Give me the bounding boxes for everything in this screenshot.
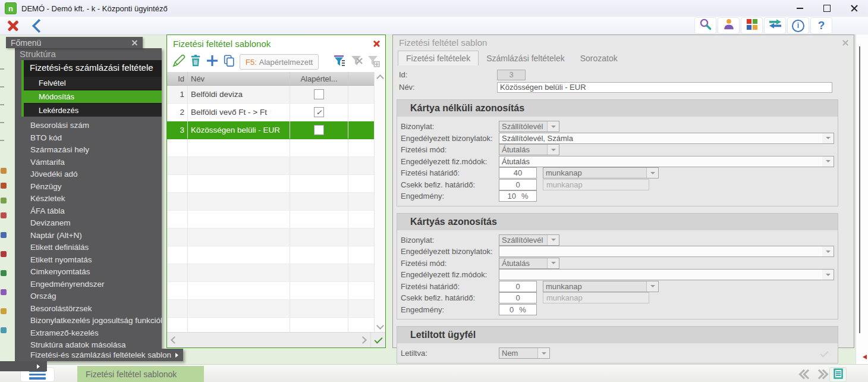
menu-item-lekerdezes[interactable]: Lekérdezés	[24, 104, 162, 117]
menu-item[interactable]: Naptár (Alt+N)	[15, 230, 162, 242]
engedelyezett-bizonylatok-dropdown[interactable]	[499, 246, 834, 257]
close-button[interactable]	[841, 0, 868, 17]
task-list-button[interactable]	[829, 367, 847, 382]
default-f5-button[interactable]: F5: Alapértelmezett	[240, 54, 319, 70]
nav-previous-button[interactable]	[800, 369, 810, 378]
menu-item[interactable]: Etikett definiálás	[15, 242, 162, 254]
minimize-button[interactable]	[786, 0, 813, 17]
letiltva-dropdown[interactable]: Nem	[499, 347, 550, 359]
menu-item-felvetel[interactable]: Felvétel	[24, 77, 162, 89]
engedmeny-input[interactable]: 0%	[499, 304, 537, 315]
taskbar-tab-active[interactable]: Fizetési feltétel sablonok	[77, 366, 204, 382]
apps-button[interactable]	[741, 17, 763, 34]
chevron-down-icon[interactable]	[547, 258, 559, 268]
chevron-down-icon[interactable]	[547, 145, 559, 155]
nav-next-button[interactable]	[816, 369, 825, 378]
vertical-scrollbar[interactable]	[374, 72, 385, 332]
menu-item-modositas[interactable]: Módosítás	[24, 90, 162, 103]
maximize-button[interactable]	[813, 0, 841, 17]
bizonylat-dropdown[interactable]: Szállítólevél	[499, 234, 559, 246]
menu-item[interactable]: Etikett nyomtatás	[15, 254, 162, 267]
table-row[interactable]: 2 Belföldi vevő Ft - > Ft ✓	[167, 104, 374, 121]
chevron-down-icon[interactable]	[547, 235, 559, 245]
name-input[interactable]: Közösségen belüli - EUR	[497, 82, 832, 93]
default-checkbox[interactable]	[314, 89, 324, 99]
engedmeny-input[interactable]: 10%	[499, 190, 537, 202]
filter-add-button[interactable]	[365, 54, 382, 70]
chevron-down-icon[interactable]	[822, 156, 834, 167]
menu-titlebar[interactable]: Főmenü	[6, 37, 143, 48]
default-checkbox[interactable]	[314, 125, 324, 135]
menu-item[interactable]: BTO kód	[15, 132, 162, 145]
scroll-up-icon[interactable]	[376, 74, 384, 82]
user-button[interactable]	[718, 17, 740, 34]
table-row[interactable]: 1 Belföldi deviza	[167, 86, 374, 104]
delete-button[interactable]	[187, 54, 204, 70]
fizetesi-hatarido-input[interactable]: 40	[499, 167, 537, 179]
add-button[interactable]	[204, 54, 221, 70]
menu-item[interactable]: Vámtarifa	[15, 156, 162, 169]
menu-item[interactable]: Bizonylatkezelés jogosultság funkciók	[15, 315, 162, 327]
engedelyezett-fizmodok-dropdown[interactable]	[499, 269, 834, 280]
csekk-hatarido-input[interactable]: 0	[499, 292, 537, 303]
templates-panel-close-button[interactable]	[373, 40, 380, 48]
fizetesi-hatarido-input[interactable]: 0	[499, 281, 537, 292]
menu-close-button[interactable]	[131, 39, 138, 46]
menu-item[interactable]: Ország	[15, 290, 162, 303]
edit-button[interactable]	[171, 54, 187, 70]
search-button[interactable]	[694, 17, 716, 34]
csekk-hatarido-input[interactable]: 0	[499, 179, 537, 190]
menu-item[interactable]: Készletek	[15, 193, 162, 205]
fizetesi-mod-dropdown[interactable]: Átutalás	[499, 258, 559, 269]
tab-sorozatok[interactable]: Sorozatok	[573, 51, 625, 65]
filter-clear-button[interactable]	[348, 54, 365, 70]
bizonylat-dropdown[interactable]: Szállítólevél	[499, 121, 559, 132]
transfer-button[interactable]	[764, 17, 786, 34]
menu-item[interactable]: Pénzügy	[15, 181, 162, 193]
menu-item[interactable]: Devizanem	[15, 217, 162, 230]
table-header[interactable]: Id Név Alapértel...	[167, 72, 374, 86]
column-header-id[interactable]: Id	[167, 74, 187, 83]
menu-item[interactable]: Jövedéki adó	[15, 168, 162, 181]
chevron-down-icon[interactable]	[646, 168, 658, 178]
menu-item[interactable]: Extramező-kezelés	[15, 327, 162, 340]
engedelyezett-fizmodok-dropdown[interactable]: Átutalás	[499, 156, 834, 167]
hatarido-unit-dropdown[interactable]: munkanap	[543, 281, 659, 292]
menu-item[interactable]: Besorolástörzsek	[15, 303, 162, 315]
confirm-button[interactable]	[370, 333, 385, 347]
info-button[interactable]: i	[787, 17, 809, 34]
table-row-selected[interactable]: 3 Közösségen belüli - EUR	[167, 121, 374, 139]
engedelyezett-bizonylatok-dropdown[interactable]: Szállítólevél, Számla	[499, 133, 834, 144]
menu-item[interactable]: Származási hely	[15, 144, 162, 156]
menu-item-submenu[interactable]: Fizetési-és számlázási feltételek sablon	[15, 349, 183, 361]
tab-szamlazasi-feltetelek[interactable]: Számlázási feltételek	[479, 51, 573, 65]
chevron-down-icon[interactable]	[822, 133, 834, 143]
menu-item[interactable]: ÁFA tábla	[15, 205, 162, 218]
scrollbar-thumb[interactable]	[859, 46, 860, 333]
window-scrollbar[interactable]	[856, 35, 868, 364]
menu-featured-title[interactable]: Fizetési-és számlázási feltétele	[24, 60, 162, 76]
filter-button[interactable]	[332, 54, 348, 70]
chevron-down-icon[interactable]	[822, 270, 834, 280]
tab-fizetesi-feltetelek[interactable]: Fizetési feltételek	[398, 51, 479, 65]
fizetesi-mod-dropdown[interactable]: Átutalás	[499, 144, 559, 155]
menu-item[interactable]: Besorolási szám	[15, 120, 162, 132]
column-header-name[interactable]: Név	[187, 72, 290, 85]
help-button[interactable]: ?	[810, 17, 832, 34]
default-checkbox[interactable]: ✓	[314, 107, 324, 117]
menu-item[interactable]: Engedményrendszer	[15, 278, 162, 291]
chevron-down-icon[interactable]	[537, 348, 549, 358]
menu-item[interactable]: Cimkenyomtatás	[15, 266, 162, 278]
scroll-down-icon[interactable]	[376, 322, 384, 330]
back-button[interactable]	[32, 18, 46, 33]
copy-button[interactable]	[221, 54, 237, 70]
chevron-down-icon[interactable]	[547, 121, 559, 131]
chevron-down-icon[interactable]	[646, 281, 658, 292]
hatarido-unit-dropdown[interactable]: munkanap	[543, 167, 659, 179]
horizontal-scrollbar[interactable]	[167, 332, 385, 347]
scroll-right-icon[interactable]	[359, 336, 367, 344]
exit-button[interactable]	[7, 19, 20, 32]
scroll-left-icon[interactable]	[171, 336, 178, 344]
chevron-down-icon[interactable]	[822, 246, 834, 256]
column-header-default[interactable]: Alapértel...	[290, 72, 348, 85]
